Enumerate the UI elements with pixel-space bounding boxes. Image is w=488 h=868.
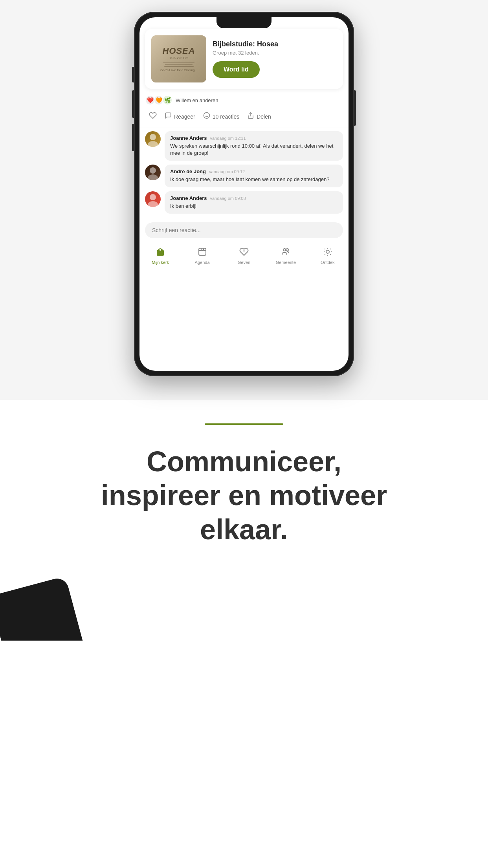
share-action[interactable]: Delen <box>243 110 275 123</box>
comment-2: Andre de Jong vandaag om 09:12 Ik doe gr… <box>145 165 343 187</box>
book-line-2 <box>165 64 193 65</box>
discover-icon <box>323 247 332 259</box>
comment-bubble-1: Joanne Anders vandaag om 12:31 We spreke… <box>165 131 343 161</box>
book-visual: HOSEA 753-723 BC God's Love for a Sinnin… <box>160 46 197 72</box>
svg-point-0 <box>204 113 209 119</box>
reaction-leaf: 🌿 <box>162 95 172 105</box>
action-bar: Reageer 10 reacties <box>139 107 349 128</box>
reactions-count: 10 reacties <box>213 114 239 120</box>
headline: Communiceer, inspireer en motiveer elkaa… <box>87 445 401 546</box>
comment-label: Reageer <box>174 114 195 120</box>
heart-icon <box>149 112 157 121</box>
reactions-row: ❤️ 🧡 🌿 Willem en anderen <box>139 93 349 107</box>
phone-screen: HOSEA 753-723 BC God's Love for a Sinnin… <box>139 17 349 371</box>
comment-author-1: Joanne Anders <box>170 135 207 141</box>
nav-label-give: Geven <box>238 260 250 265</box>
side-button-vol-down <box>132 124 134 151</box>
svg-line-23 <box>330 254 330 255</box>
comments-section: Joanne Anders vandaag om 12:31 We spreke… <box>139 128 349 221</box>
svg-point-5 <box>148 141 158 147</box>
group-info: Bijbelstudie: Hosea Groep met 32 leden. … <box>213 40 337 78</box>
comment-3: Joanne Anders vandaag om 09:08 Ik ben er… <box>145 191 343 214</box>
side-button-mute <box>132 67 134 82</box>
comment-bubble-3: Joanne Anders vandaag om 09:08 Ik ben er… <box>165 191 343 214</box>
join-button[interactable]: Word lid <box>213 61 260 78</box>
avatar-andre <box>145 165 161 180</box>
group-image-bg: HOSEA 753-723 BC God's Love for a Sinnin… <box>151 35 206 82</box>
phone-frame: HOSEA 753-723 BC God's Love for a Sinnin… <box>134 12 354 376</box>
svg-point-4 <box>150 134 156 140</box>
share-label: Delen <box>257 114 271 120</box>
nav-item-discover[interactable]: Ontdek <box>316 247 339 265</box>
community-icon <box>281 247 290 259</box>
book-date: 753-723 BC <box>160 56 197 60</box>
book-line-3 <box>164 66 194 67</box>
svg-point-17 <box>326 250 329 253</box>
phone-section: HOSEA 753-723 BC God's Love for a Sinnin… <box>0 0 488 400</box>
book-caption: God's Love for a Sinning... <box>160 68 197 72</box>
phone-notch <box>216 17 272 28</box>
svg-rect-10 <box>160 249 161 251</box>
like-action[interactable] <box>145 110 161 123</box>
nav-label-agenda: Agenda <box>195 260 210 265</box>
book-line-1 <box>163 62 194 63</box>
agenda-icon <box>198 247 207 259</box>
svg-point-15 <box>283 249 286 251</box>
svg-rect-11 <box>199 248 206 255</box>
divider-line <box>205 423 283 425</box>
reaction-emojis: ❤️ 🧡 🌿 <box>145 95 171 105</box>
comment-bubble-2: Andre de Jong vandaag om 09:12 Ik doe gr… <box>165 165 343 187</box>
book-title-text: HOSEA <box>160 46 197 56</box>
black-corner-decoration <box>0 578 86 641</box>
home-icon <box>156 247 165 259</box>
share-icon <box>247 112 254 121</box>
side-button-power <box>354 90 356 126</box>
nav-label-home: Mijn kerk <box>152 260 169 265</box>
group-card: HOSEA 753-723 BC God's Love for a Sinnin… <box>145 29 343 89</box>
comment-text-3: Ik ben erbij! <box>170 203 338 210</box>
book-lines <box>160 62 197 67</box>
comment-time-2: vandaag om 09:12 <box>209 169 245 174</box>
comment-text-1: We spreken waarschijnlijk rond 10:00 af.… <box>170 143 338 157</box>
svg-line-24 <box>325 254 325 255</box>
give-icon <box>239 247 249 259</box>
comment-text-2: Ik doe graag mee, maar hoe laat komen we… <box>170 176 338 183</box>
nav-label-community: Gemeente <box>276 260 296 265</box>
svg-point-6 <box>150 167 156 174</box>
reactions-action[interactable]: 10 reacties <box>199 110 243 123</box>
nav-label-discover: Ontdek <box>321 260 334 265</box>
side-button-vol-up <box>132 90 134 118</box>
bottom-decoration <box>0 578 488 641</box>
comment-header-1: Joanne Anders vandaag om 12:31 <box>170 135 338 141</box>
comment-1: Joanne Anders vandaag om 12:31 We spreke… <box>145 131 343 161</box>
comment-icon <box>165 112 172 121</box>
reaction-text: Willem en anderen <box>176 97 218 103</box>
group-members: Groep met 32 leden. <box>213 50 337 56</box>
comment-header-2: Andre de Jong vandaag om 09:12 <box>170 168 338 174</box>
screen-content: HOSEA 753-723 BC God's Love for a Sinnin… <box>139 17 349 270</box>
reply-input-wrapper <box>145 222 343 238</box>
svg-point-16 <box>286 249 288 251</box>
nav-item-give[interactable]: Geven <box>232 247 256 265</box>
svg-point-8 <box>150 194 156 200</box>
nav-item-home[interactable]: Mijn kerk <box>149 247 172 265</box>
comment-time-3: vandaag om 09:08 <box>210 196 246 201</box>
group-image: HOSEA 753-723 BC God's Love for a Sinnin… <box>151 35 206 82</box>
comment-author-2: Andre de Jong <box>170 168 206 174</box>
comment-action[interactable]: Reageer <box>161 110 199 123</box>
svg-line-22 <box>325 249 325 249</box>
comment-time-1: vandaag om 12:31 <box>210 136 246 141</box>
avatar-joanne1 <box>145 131 161 147</box>
bottom-section: Communiceer, inspireer en motiveer elkaa… <box>0 400 488 578</box>
group-title: Bijbelstudie: Hosea <box>213 40 337 48</box>
reactions-icon <box>203 112 210 121</box>
bottom-nav: Mijn kerk Agenda <box>139 243 349 270</box>
nav-item-agenda[interactable]: Agenda <box>191 247 214 265</box>
svg-point-9 <box>148 201 158 207</box>
nav-item-community[interactable]: Gemeente <box>274 247 297 265</box>
comment-header-3: Joanne Anders vandaag om 09:08 <box>170 195 338 201</box>
comment-author-3: Joanne Anders <box>170 195 207 201</box>
reply-input[interactable] <box>145 222 343 238</box>
avatar-joanne2 <box>145 191 161 207</box>
svg-line-25 <box>330 249 330 249</box>
